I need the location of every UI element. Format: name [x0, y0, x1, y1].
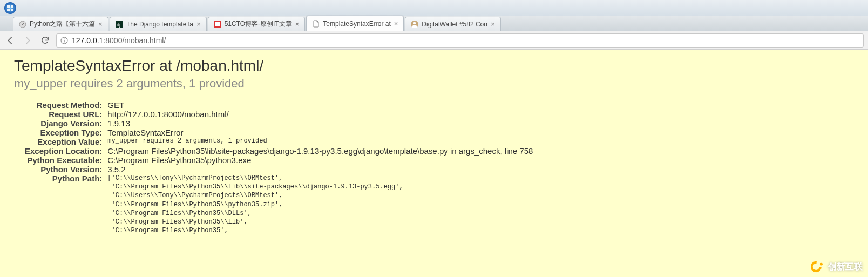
meta-value: C:\Program Files\Python35\python3.exe [107, 156, 533, 165]
browser-tab[interactable]: DigitalWallet #582 Con× [405, 17, 500, 31]
forward-button [22, 35, 33, 46]
meta-value: 1.9.13 [107, 119, 533, 128]
tab-close-button[interactable]: × [491, 20, 495, 28]
meta-label: Exception Value: [25, 137, 107, 146]
django-error-page: TemplateSyntaxError at /moban.html/ my_u… [0, 50, 868, 242]
meta-value: TemplateSyntaxError [107, 128, 533, 137]
browser-tab[interactable]: 51CTO博客-原创IT文章× [208, 17, 306, 31]
tab-close-button[interactable]: × [394, 19, 398, 28]
watermark: 创新互联 [811, 260, 863, 274]
arrow-left-icon [5, 36, 15, 45]
arrow-right-icon [23, 36, 32, 45]
meta-label: Python Path: [25, 174, 107, 235]
error-heading: TemplateSyntaxError at /moban.html/ [14, 57, 854, 75]
browser-tab[interactable]: Python之路【第十六篇× [13, 17, 109, 31]
meta-value: my_upper requires 2 arguments, 1 provide… [107, 137, 533, 146]
site-info-icon[interactable] [60, 36, 69, 45]
meta-label: Django Version: [25, 119, 107, 128]
tab-title: The Django template la [126, 21, 193, 28]
tab-title: DigitalWallet #582 Con [422, 21, 487, 28]
python-path-list: ['C:\\Users\\Tony\\PycharmProjects\\ORMt… [107, 174, 533, 235]
browser-toolbar: 127.0.0.1:8000/moban.html/ [0, 31, 868, 50]
browser-tabstrip: Python之路【第十六篇×djThe Django template la×5… [0, 16, 868, 31]
window-titlebar [0, 0, 868, 16]
svg-point-0 [4, 2, 16, 14]
tab-favicon-icon [312, 20, 320, 28]
meta-label: Python Executable: [25, 156, 107, 165]
meta-label: Request Method: [25, 100, 107, 110]
meta-value: GET [107, 100, 533, 110]
svg-rect-10 [64, 40, 64, 42]
watermark-logo-icon [811, 260, 825, 274]
reload-icon [40, 36, 50, 45]
watermark-text: 创新互联 [828, 261, 863, 273]
reload-button[interactable] [39, 35, 51, 46]
svg-text:dj: dj [117, 22, 120, 28]
meta-value: C:\Program Files\Python35\lib\site-packa… [107, 146, 533, 156]
address-bar[interactable]: 127.0.0.1:8000/moban.html/ [56, 33, 864, 48]
svg-rect-5 [215, 22, 220, 26]
tab-title: 51CTO博客-原创IT文章 [225, 19, 292, 29]
meta-label: Exception Type: [25, 128, 107, 137]
windows-start-icon[interactable] [0, 0, 21, 16]
tab-close-button[interactable]: × [196, 20, 201, 28]
tab-title: Python之路【第十六篇 [30, 19, 95, 29]
meta-label: Request URL: [25, 110, 107, 119]
svg-point-7 [413, 22, 416, 24]
address-host: 127.0.0.1 [72, 36, 103, 45]
tab-title: TemplateSyntaxError at [323, 20, 390, 28]
meta-label: Python Version: [25, 165, 107, 174]
browser-tab[interactable]: TemplateSyntaxError at× [306, 16, 404, 31]
tab-favicon-icon [214, 21, 221, 28]
tab-favicon-icon [19, 21, 26, 28]
tab-favicon-icon: dj [116, 21, 123, 28]
svg-point-11 [812, 262, 820, 271]
svg-point-12 [820, 263, 823, 266]
error-meta-table: Request Method:GET Request URL:http://12… [25, 100, 533, 235]
svg-point-9 [64, 38, 65, 39]
error-subheading: my_upper requires 2 arguments, 1 provide… [14, 77, 854, 91]
meta-value: http://127.0.0.1:8000/moban.html/ [107, 110, 533, 119]
back-button[interactable] [4, 35, 16, 46]
tab-close-button[interactable]: × [295, 20, 300, 28]
tab-close-button[interactable]: × [98, 20, 103, 28]
browser-tab[interactable]: djThe Django template la× [110, 17, 207, 31]
tab-favicon-icon [411, 21, 418, 28]
meta-value: 3.5.2 [107, 165, 533, 174]
address-path: /moban.html/ [122, 36, 166, 45]
address-port: :8000 [103, 36, 122, 45]
meta-label: Exception Location: [25, 146, 107, 156]
